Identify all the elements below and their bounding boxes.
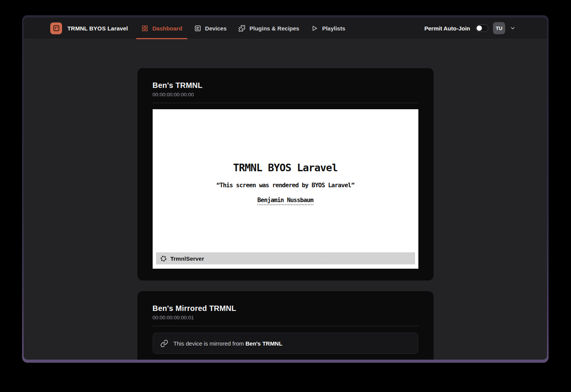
puzzle-icon [238, 25, 246, 32]
nav-label: Plugins & Recipes [249, 25, 299, 32]
nav-label: Devices [205, 25, 227, 32]
device-name: Ben's TRMNL [153, 81, 418, 90]
mirrored-device-notice: This device is mirrored from Ben's TRMNL [153, 333, 418, 354]
play-icon [311, 25, 318, 32]
header-right: Permit Auto-Join TU [424, 22, 516, 34]
mirror-text-prefix: This device is mirrored from [174, 340, 244, 347]
trmnl-logo-icon [50, 22, 62, 34]
nav-label: Playlists [322, 25, 345, 32]
nav-item-devices[interactable]: Devices [189, 18, 232, 39]
device-mac-address: 00:00:00:00:00:01 [153, 315, 418, 320]
nav-item-dashboard[interactable]: Dashboard [136, 18, 187, 39]
device-card-bens-trmnl: Ben's TRMNL 00:00:00:00:00:00 TRMNL BYOS… [137, 68, 434, 280]
device-name: Ben's Mirrored TRMNL [153, 304, 418, 313]
mirror-text: This device is mirrored from Ben's TRMNL [174, 340, 282, 347]
screen-author-link: Benjamin Nussbaum [257, 196, 313, 205]
dashboard-content: Ben's TRMNL 00:00:00:00:00:00 TRMNL BYOS… [24, 39, 547, 360]
divider [153, 326, 418, 326]
mirror-source-device: Ben's TRMNL [246, 340, 282, 347]
device-screen-preview: TRMNL BYOS Laravel “This screen was rend… [153, 109, 418, 269]
device-mac-address: 00:00:00:00:00:00 [153, 92, 418, 97]
screen-status-bar: TrmnlServer [156, 252, 415, 265]
app-title: TRMNL BYOS Laravel [67, 25, 128, 32]
nav-item-playlists[interactable]: Playlists [306, 18, 350, 39]
app-window: TRMNL BYOS Laravel Dashboard [24, 18, 547, 360]
nav-item-plugins-recipes[interactable]: Plugins & Recipes [233, 18, 304, 39]
user-menu-chevron[interactable] [510, 25, 516, 31]
user-avatar[interactable]: TU [493, 22, 505, 34]
permit-auto-join-toggle[interactable] [475, 24, 488, 32]
dashboard-grid-icon [141, 25, 148, 32]
spinner-icon [160, 255, 167, 262]
main-nav: Dashboard Devices [136, 18, 350, 39]
nav-label: Dashboard [152, 25, 182, 32]
status-label: TrmnlServer [171, 255, 204, 262]
screen-title: TRMNL BYOS Laravel [153, 162, 418, 174]
brand[interactable]: TRMNL BYOS Laravel [50, 22, 128, 34]
toggle-knob [477, 25, 482, 31]
permit-auto-join-label: Permit Auto-Join [424, 25, 470, 32]
divider [153, 103, 418, 103]
link-icon [160, 339, 168, 347]
app-window-frame: TRMNL BYOS Laravel Dashboard [22, 15, 549, 363]
top-navigation-bar: TRMNL BYOS Laravel Dashboard [24, 18, 547, 39]
screen-quote: “This screen was rendered by BYOS Larave… [153, 182, 418, 189]
devices-icon [194, 25, 201, 32]
device-card-bens-mirrored-trmnl: Ben's Mirrored TRMNL 00:00:00:00:00:01 T… [137, 291, 434, 360]
active-tab-underline [136, 38, 187, 39]
screen-content: TRMNL BYOS Laravel “This screen was rend… [153, 162, 418, 205]
